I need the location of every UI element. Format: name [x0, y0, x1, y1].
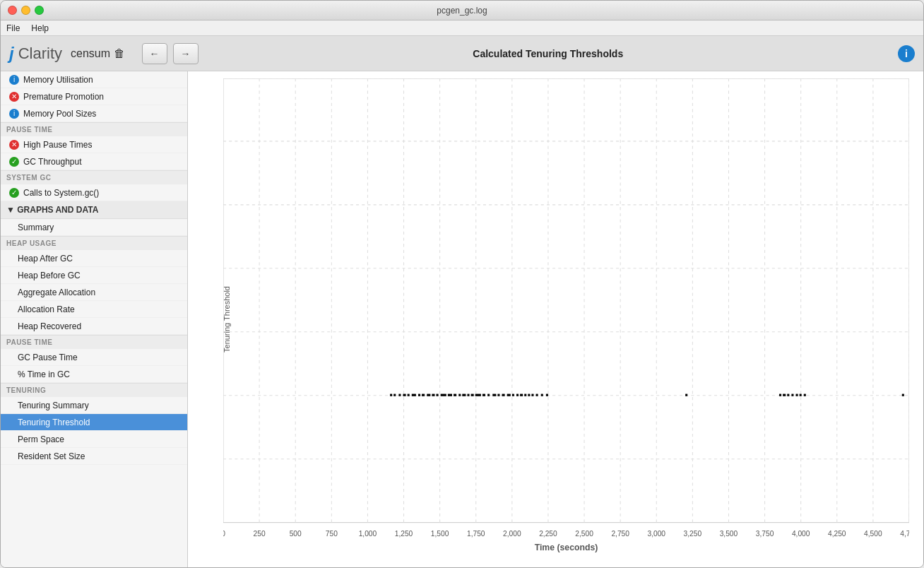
- brand-name: censum 🗑: [71, 47, 124, 60]
- minimize-button[interactable]: [21, 6, 30, 15]
- svg-rect-41: [422, 394, 425, 396]
- sidebar-item-high-pause-times[interactable]: ✕ High Pause Times: [1, 136, 187, 153]
- sidebar-item-memory-pool-sizes[interactable]: i Memory Pool Sizes: [1, 105, 187, 122]
- svg-rect-35: [393, 394, 396, 396]
- sidebar-item-memory-utilisation[interactable]: i Memory Utilisation: [1, 71, 187, 88]
- svg-rect-65: [536, 394, 538, 396]
- sidebar-label-heap-recovered: Heap Recovered: [18, 321, 81, 331]
- svg-rect-47: [454, 394, 456, 396]
- sidebar-item-premature-promotion[interactable]: ✕ Premature Promotion: [1, 88, 187, 105]
- svg-rect-72: [791, 394, 793, 396]
- svg-rect-38: [408, 394, 410, 396]
- sidebar-label-summary: Summary: [18, 223, 54, 232]
- sidebar-label-high-pause-times: High Pause Times: [23, 140, 92, 150]
- forward-button[interactable]: →: [173, 43, 199, 64]
- svg-rect-52: [475, 394, 481, 396]
- svg-rect-60: [516, 394, 519, 396]
- svg-rect-48: [458, 394, 461, 396]
- sidebar-item-tenuring-summary[interactable]: Tenuring Summary: [1, 397, 187, 414]
- window-title: pcgen_gc.log: [437, 6, 487, 16]
- sidebar-label-gc-pause-time: GC Pause Time: [18, 353, 78, 362]
- menu-help[interactable]: Help: [31, 23, 49, 33]
- sidebar: i Memory Utilisation ✕ Premature Promoti…: [1, 71, 188, 567]
- sidebar-label-aggregate-allocation: Aggregate Allocation: [18, 288, 95, 297]
- svg-rect-66: [541, 394, 543, 396]
- info-button[interactable]: i: [898, 45, 915, 62]
- blue-icon-2: i: [9, 109, 19, 119]
- section-header-system-gc: SYSTEM GC: [1, 170, 187, 184]
- svg-text:2,500: 2,500: [575, 529, 593, 538]
- maximize-button[interactable]: [35, 6, 44, 15]
- graphs-and-data-header[interactable]: ▼ GRAPHS AND DATA: [1, 201, 187, 219]
- svg-rect-68: [685, 394, 687, 396]
- sidebar-item-aggregate-allocation[interactable]: Aggregate Allocation: [1, 284, 187, 301]
- sidebar-label-heap-before-gc: Heap Before GC: [18, 271, 81, 280]
- sidebar-item-tenuring-threshold[interactable]: Tenuring Threshold: [1, 414, 187, 431]
- svg-text:1,500: 1,500: [431, 529, 449, 538]
- app-body: jClarity censum 🗑 ← → Calculated Tenurin…: [1, 36, 923, 567]
- sidebar-item-summary[interactable]: Summary: [1, 219, 187, 236]
- sidebar-item-perm-space[interactable]: Perm Space: [1, 431, 187, 448]
- red-icon: ✕: [9, 92, 19, 102]
- svg-rect-74: [800, 394, 802, 396]
- svg-text:1,750: 1,750: [467, 529, 485, 538]
- close-button[interactable]: [8, 6, 17, 15]
- svg-rect-46: [448, 394, 452, 396]
- svg-text:4,750: 4,750: [900, 529, 909, 538]
- svg-rect-62: [524, 394, 526, 396]
- svg-text:4,000: 4,000: [792, 529, 810, 538]
- svg-text:1,000: 1,000: [359, 529, 377, 538]
- menu-bar: File Help: [1, 20, 923, 36]
- blue-icon: i: [9, 75, 19, 85]
- svg-text:4,500: 4,500: [864, 529, 882, 538]
- svg-text:Time (seconds): Time (seconds): [535, 542, 598, 552]
- sidebar-label-memory-pool-sizes: Memory Pool Sizes: [23, 109, 96, 119]
- sidebar-item-heap-before-gc[interactable]: Heap Before GC: [1, 267, 187, 284]
- svg-text:2,750: 2,750: [611, 529, 629, 538]
- sidebar-item-gc-pause-time[interactable]: GC Pause Time: [1, 349, 187, 366]
- menu-file[interactable]: File: [6, 23, 20, 33]
- back-button[interactable]: ←: [142, 43, 167, 64]
- sidebar-item-heap-recovered[interactable]: Heap Recovered: [1, 318, 187, 335]
- section-header-pause-time: PAUSE TIME: [1, 122, 187, 136]
- sidebar-label-memory-utilisation: Memory Utilisation: [23, 75, 93, 85]
- sidebar-item-heap-after-gc[interactable]: Heap After GC: [1, 250, 187, 267]
- section-header-tenuring: TENURING: [1, 383, 187, 397]
- content-area: i Memory Utilisation ✕ Premature Promoti…: [1, 71, 923, 567]
- svg-rect-0: [223, 78, 909, 523]
- svg-rect-56: [497, 394, 499, 396]
- svg-rect-45: [441, 394, 446, 396]
- svg-rect-54: [487, 394, 490, 396]
- svg-rect-50: [467, 394, 469, 396]
- y-axis-label: Tenuring Threshold: [223, 286, 231, 353]
- svg-text:2,250: 2,250: [539, 529, 557, 538]
- svg-text:3,250: 3,250: [684, 529, 702, 538]
- svg-text:0: 0: [223, 529, 225, 538]
- svg-rect-53: [482, 394, 485, 396]
- sidebar-item-gc-throughput[interactable]: ✓ GC Throughput: [1, 153, 187, 170]
- svg-rect-55: [492, 394, 496, 396]
- svg-rect-51: [471, 394, 474, 396]
- toolbar: jClarity censum 🗑 ← → Calculated Tenurin…: [1, 36, 923, 71]
- section-header-heap-usage: HEAP USAGE: [1, 236, 187, 250]
- svg-text:4,250: 4,250: [828, 529, 846, 538]
- sidebar-label-allocation-rate: Allocation Rate: [18, 304, 75, 314]
- sidebar-label-tenuring-threshold: Tenuring Threshold: [18, 418, 90, 427]
- svg-rect-70: [783, 394, 786, 396]
- sidebar-label-gc-throughput: GC Throughput: [23, 157, 82, 167]
- svg-rect-42: [427, 394, 430, 396]
- sidebar-item-allocation-rate[interactable]: Allocation Rate: [1, 301, 187, 318]
- sidebar-item-pct-time-gc[interactable]: % Time in GC: [1, 366, 187, 383]
- svg-rect-59: [512, 394, 514, 396]
- window-controls: [8, 6, 44, 15]
- svg-rect-37: [403, 394, 406, 396]
- svg-rect-58: [507, 394, 511, 396]
- svg-rect-44: [437, 394, 439, 396]
- red-icon-2: ✕: [9, 140, 19, 150]
- sidebar-item-calls-system-gc[interactable]: ✓ Calls to System.gc(): [1, 184, 187, 201]
- svg-rect-67: [546, 394, 548, 396]
- svg-rect-43: [432, 394, 434, 396]
- svg-text:1,250: 1,250: [395, 529, 413, 538]
- sidebar-item-resident-set-size[interactable]: Resident Set Size: [1, 448, 187, 465]
- section-header-pause-time-2: PAUSE TIME: [1, 335, 187, 349]
